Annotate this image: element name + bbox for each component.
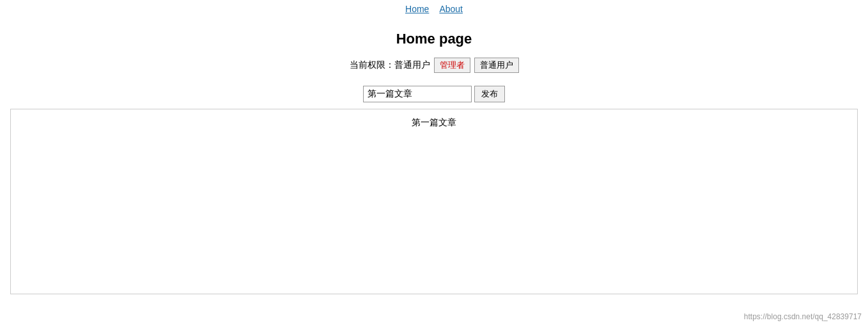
publish-row: 发布 bbox=[0, 86, 868, 102]
nav-home-link[interactable]: Home bbox=[405, 4, 429, 14]
article-title-display: 第一篇文章 bbox=[17, 117, 851, 129]
permissions-row: 当前权限：普通用户 管理者 普通用户 bbox=[0, 58, 868, 73]
watermark: https://blog.csdn.net/qq_42839717 bbox=[744, 312, 862, 321]
article-input[interactable] bbox=[363, 86, 472, 102]
main-nav: Home About bbox=[0, 0, 868, 18]
permissions-label: 当前权限：普通用户 bbox=[350, 59, 430, 71]
normal-role-button[interactable]: 普通用户 bbox=[474, 58, 519, 73]
article-box: 第一篇文章 bbox=[10, 109, 858, 294]
page-title: Home page bbox=[0, 31, 868, 47]
admin-role-button[interactable]: 管理者 bbox=[434, 58, 470, 73]
nav-about-link[interactable]: About bbox=[439, 4, 463, 14]
publish-button[interactable]: 发布 bbox=[474, 86, 505, 102]
